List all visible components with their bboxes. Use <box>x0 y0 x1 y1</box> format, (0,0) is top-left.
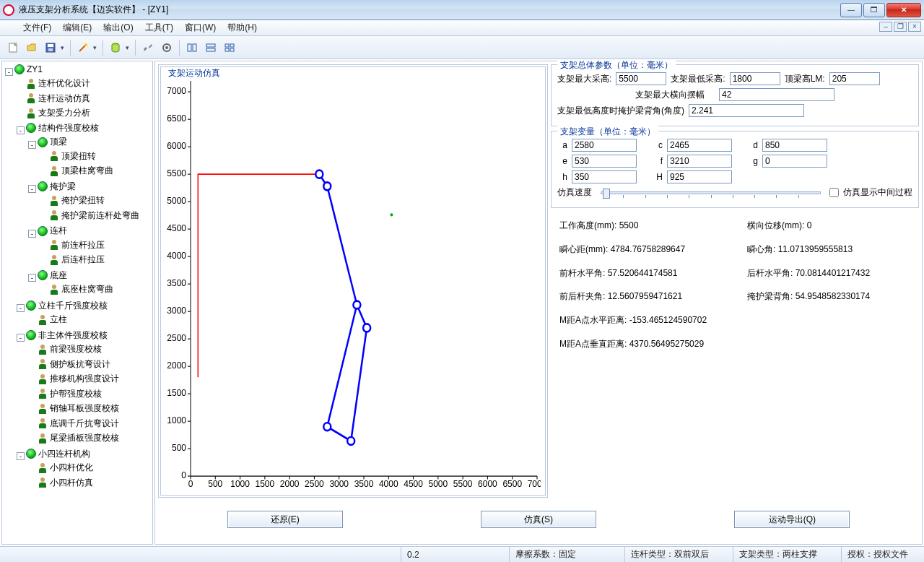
svg-text:4500: 4500 <box>167 223 186 234</box>
menu-file[interactable]: 文件(F) <box>17 20 57 35</box>
svg-rect-3 <box>48 48 53 51</box>
shield-angle-input[interactable] <box>689 104 804 117</box>
new-button[interactable] <box>4 39 22 56</box>
var-g[interactable] <box>762 155 827 168</box>
save-dropdown-icon[interactable]: ▾ <box>61 44 66 51</box>
var-c[interactable] <box>667 139 732 152</box>
show-mid-checkbox[interactable] <box>829 188 839 197</box>
svg-point-5 <box>84 43 87 46</box>
svg-text:2500: 2500 <box>167 333 186 344</box>
min-height-input[interactable] <box>730 72 780 85</box>
tree-item[interactable]: 连杆运动仿真 <box>38 92 90 105</box>
var-e[interactable] <box>572 155 637 168</box>
tree-root[interactable]: ZY1 <box>27 64 43 74</box>
svg-rect-9 <box>188 44 191 51</box>
node-icon <box>26 79 36 89</box>
var-d[interactable] <box>762 139 827 152</box>
tree-item[interactable]: 结构件强度校核 <box>38 122 99 134</box>
chart-box: 支架运动仿真 050010001500200025003000350040004… <box>158 64 548 498</box>
layout1-button[interactable] <box>183 39 201 56</box>
db-button[interactable] <box>107 39 124 56</box>
svg-text:4000: 4000 <box>379 479 398 490</box>
mdi-close[interactable]: × <box>908 22 921 32</box>
svg-point-88 <box>323 423 331 431</box>
close-button[interactable]: ✕ <box>886 3 921 17</box>
open-button[interactable] <box>23 39 40 56</box>
svg-point-87 <box>353 301 360 309</box>
var-a[interactable] <box>572 139 637 152</box>
svg-text:6500: 6500 <box>167 113 186 124</box>
chart-canvas: 0500100015002000250030003500400045005000… <box>165 73 541 492</box>
svg-text:2000: 2000 <box>167 360 186 371</box>
client-area: -ZY1 连杆优化设计 连杆运动仿真 支架受力分析 -结构件强度校核 -顶梁 顶… <box>0 59 924 546</box>
svg-line-80 <box>327 186 357 305</box>
svg-text:1000: 1000 <box>230 479 250 490</box>
app-icon <box>3 4 14 16</box>
maximize-button[interactable]: 🗖 <box>863 3 885 17</box>
svg-point-86 <box>323 182 331 190</box>
svg-text:500: 500 <box>208 479 222 490</box>
tree-item[interactable]: 支架受力分析 <box>38 107 90 119</box>
right-panel: 支架总体参数（单位：毫米） 支架最大采高: 支架最低采高: 顶梁高LM: 支架最… <box>551 64 919 498</box>
save-button[interactable] <box>42 39 59 56</box>
svg-rect-15 <box>225 48 229 51</box>
svg-point-91 <box>390 213 393 216</box>
svg-rect-12 <box>206 48 215 51</box>
menu-help[interactable]: 帮助(H) <box>222 20 263 35</box>
results-block: 工作高度(mm): 5500横向位移(mm): 0 瞬心距(mm): 4784.… <box>551 212 919 360</box>
svg-text:5500: 5500 <box>453 479 473 490</box>
max-height-input[interactable] <box>616 72 666 85</box>
svg-text:4000: 4000 <box>167 251 186 261</box>
top-beam-input[interactable] <box>829 72 880 85</box>
svg-text:3000: 3000 <box>329 479 349 490</box>
max-swing-input[interactable] <box>719 88 834 101</box>
window-title: 液压支架分析系统【迈实软件】 - [ZY1] <box>19 4 168 16</box>
var-f[interactable] <box>667 155 732 168</box>
svg-point-89 <box>347 437 354 445</box>
var-h[interactable] <box>572 170 637 183</box>
expand-icon[interactable]: - <box>5 68 13 76</box>
db-dropdown-icon[interactable]: ▾ <box>126 44 131 51</box>
svg-text:4500: 4500 <box>404 479 423 490</box>
layout3-button[interactable] <box>221 39 238 56</box>
tools-button[interactable] <box>139 39 157 56</box>
svg-text:1500: 1500 <box>256 479 275 490</box>
tree-pane[interactable]: -ZY1 连杆优化设计 连杆运动仿真 支架受力分析 -结构件强度校核 -顶梁 顶… <box>1 61 153 545</box>
menu-tool[interactable]: 工具(T) <box>139 20 179 35</box>
svg-line-84 <box>351 328 367 441</box>
svg-text:0: 0 <box>188 479 193 490</box>
tree-item[interactable]: 连杆优化设计 <box>38 77 90 90</box>
wand-dropdown-icon[interactable]: ▾ <box>93 44 99 51</box>
simulate-button[interactable]: 仿真(S) <box>481 511 596 528</box>
status-cell: 摩擦系数：固定 <box>509 547 624 562</box>
svg-rect-11 <box>206 44 215 47</box>
minimize-button[interactable]: — <box>840 3 862 17</box>
svg-text:2500: 2500 <box>305 479 324 490</box>
menu-window[interactable]: 窗口(W) <box>179 20 222 35</box>
node-icon <box>14 64 25 74</box>
mdi-restore[interactable]: ❐ <box>894 22 907 32</box>
wand-button[interactable] <box>74 39 92 56</box>
mdi-icon <box>4 23 14 33</box>
svg-text:6000: 6000 <box>167 141 186 152</box>
menu-edit[interactable]: 编辑(E) <box>57 20 97 35</box>
restore-button[interactable]: 还原(E) <box>227 511 343 528</box>
svg-text:7000: 7000 <box>167 86 186 97</box>
mdi-minimize[interactable]: – <box>879 22 892 32</box>
svg-text:5500: 5500 <box>167 168 186 179</box>
var-H2[interactable] <box>667 170 732 183</box>
group-vars: 支架变量（单位：毫米） a c d e f g h H <box>551 131 919 208</box>
svg-point-8 <box>165 46 168 49</box>
svg-text:3000: 3000 <box>167 306 186 316</box>
settings-button[interactable] <box>158 39 175 56</box>
svg-rect-16 <box>230 48 234 51</box>
layout2-button[interactable] <box>202 39 219 56</box>
svg-text:5000: 5000 <box>429 479 448 490</box>
menu-output[interactable]: 输出(O) <box>97 20 139 35</box>
svg-text:1500: 1500 <box>167 388 186 399</box>
sim-speed-slider[interactable] <box>601 191 821 194</box>
export-button[interactable]: 运动导出(Q) <box>734 511 850 528</box>
status-cell <box>0 547 401 562</box>
svg-text:3500: 3500 <box>354 479 374 490</box>
status-bar: 0.2 摩擦系数：固定 连杆类型：双前双后 支架类型：两柱支撑 授权：授权文件 <box>0 546 924 562</box>
